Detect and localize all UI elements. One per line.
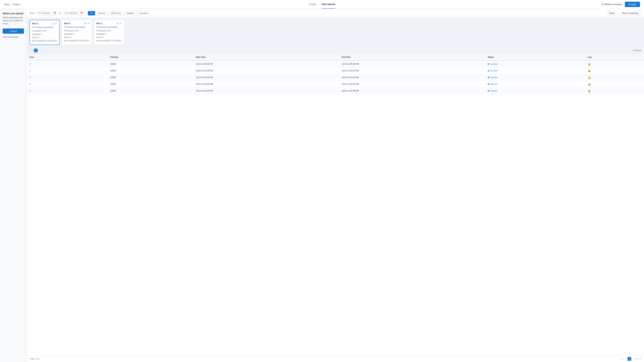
cell-log-2[interactable]: 🔒: [585, 74, 644, 81]
analyze-sidebar-button[interactable]: Analyze: [3, 28, 24, 34]
run-3-close-button[interactable]: ✕: [55, 22, 57, 25]
run-card-1[interactable]: Run 1 🖨 ✕ Processed successfully Process…: [94, 20, 124, 44]
table-current-page: 1: [628, 357, 631, 361]
status-dot-blue-icon: [488, 70, 489, 71]
filter-tab-canceled[interactable]: Canceled: [136, 11, 150, 15]
table-row: 4 22031 12/14 12:25:43 PM 12/14 12:25:45…: [27, 81, 644, 87]
data-table-container: Line ▲ File Key Start Time End Time Stat…: [27, 54, 644, 356]
project-label[interactable]: Project: [12, 3, 20, 6]
run-3-status: Processed successfully: [32, 26, 57, 28]
runs-next-button[interactable]: ›: [39, 49, 42, 52]
table-prev-button[interactable]: ‹: [625, 357, 627, 361]
status-value-4: Success: [490, 90, 498, 92]
log-icon-2[interactable]: 🔒: [588, 76, 591, 79]
tab-design[interactable]: Design: [309, 0, 316, 8]
show-matching-button[interactable]: Show 3 matching: [619, 11, 641, 15]
table-row: 5 22032 12/14 12:25:45 PM 12/14 12:25:48…: [27, 87, 644, 94]
filter-tab-skipped[interactable]: Skipped: [124, 11, 136, 15]
line-sort-icon: ▲: [35, 56, 36, 58]
cell-status-0: Success: [485, 60, 585, 67]
table-row: 2 22029 12/14 12:25:38 PM 12/14 12:25:40…: [27, 67, 644, 74]
status-dot-blue-icon: [488, 77, 489, 78]
from-label: From: [30, 12, 34, 14]
cell-log-1[interactable]: 🔒: [585, 67, 644, 74]
filter-bar: From 📅 To 📅 All Success With Errors Skip…: [27, 9, 644, 18]
filter-tab-success[interactable]: Success: [96, 11, 108, 15]
cell-endtime-3: 12/14 12:25:45 PM: [339, 81, 485, 87]
log-icon-4[interactable]: 🔒: [588, 89, 591, 92]
to-date-field[interactable]: [64, 12, 79, 14]
status-value-0: Success: [490, 63, 498, 65]
run-1-uploaded: Uploaded: 5: [96, 33, 122, 36]
col-log[interactable]: Log: [585, 54, 644, 60]
col-status[interactable]: Status: [485, 54, 585, 60]
run-1-print-button[interactable]: 🖨: [116, 22, 118, 25]
run-3-uploaded: Uploaded: 5: [32, 33, 57, 36]
cell-starttime-4: 12/14 12:25:45 PM: [193, 87, 339, 94]
cell-log-3[interactable]: 🔒: [585, 81, 644, 87]
run-1-title: Run 1: [96, 22, 102, 25]
menu-label[interactable]: Menu: [4, 3, 10, 6]
run-1-end: End: 12/12/2022 11:30:10 AM: [96, 39, 122, 42]
run-2-title: Run 2: [64, 22, 70, 25]
run-2-status: Processed successfully: [64, 26, 90, 28]
run-2-print-button[interactable]: 🖨: [84, 22, 86, 25]
status-dot-blue-icon: [488, 63, 489, 65]
table-last-page-button[interactable]: ≫: [635, 357, 639, 361]
col-end-time[interactable]: End Time: [339, 54, 485, 60]
cell-log-4[interactable]: 🔒: [585, 87, 644, 94]
run-2-close-button[interactable]: ✕: [88, 22, 90, 25]
filter-tabs: All Success With Errors Skipped Canceled: [88, 11, 150, 15]
clear-all-attempts-link[interactable]: Clear all attempts: [3, 36, 18, 38]
run-card-1-header: Run 1 🖨 ✕: [96, 22, 122, 25]
col-start-time[interactable]: Start Time: [193, 54, 339, 60]
run-1-status: Processed successfully: [96, 26, 122, 28]
col-file-key[interactable]: File Key: [108, 54, 193, 60]
filter-tab-all[interactable]: All: [88, 11, 95, 15]
run-3-errors: Errors: 0: [32, 36, 57, 39]
status-dot-blue-icon: [488, 83, 489, 85]
to-label: To: [59, 12, 62, 14]
table-row: 1 22028 12/14 12:25:35 PM 12/14 12:25:38…: [27, 60, 644, 67]
run-1-close-button[interactable]: ✕: [120, 22, 122, 25]
log-icon-0[interactable]: 🔒: [588, 62, 591, 65]
table-refresh-button[interactable]: ↻: [639, 358, 641, 360]
from-date-field[interactable]: [38, 12, 52, 14]
cell-line-4: 5: [27, 87, 108, 94]
from-date-input[interactable]: 📅: [36, 11, 58, 15]
run-1-processed: Processed: 5 of 5: [96, 29, 122, 32]
cell-filekey-3: 22031: [108, 81, 193, 87]
status-indicator: Ready for analysis: [602, 3, 622, 5]
from-calendar-icon[interactable]: 📅: [54, 12, 56, 14]
cell-line-0: 1: [27, 60, 108, 67]
results-count: 3 Results: [633, 49, 641, 52]
cell-status-1: Success: [485, 67, 585, 74]
date-range: From 📅 To 📅: [30, 11, 84, 15]
cell-log-0[interactable]: 🔒: [585, 60, 644, 67]
status-dot-icon: [602, 4, 603, 5]
run-3-print-button[interactable]: 🖨: [52, 22, 54, 25]
runs-pagination-controls: ‹ 1 ›: [30, 48, 42, 52]
log-icon-1[interactable]: 🔒: [588, 69, 591, 72]
cell-filekey-4: 22032: [108, 87, 193, 94]
log-icon-3[interactable]: 🔒: [588, 83, 591, 85]
cell-line-3: 4: [27, 81, 108, 87]
table-first-page-button[interactable]: ≪: [620, 357, 624, 361]
status-text: Ready for analysis: [604, 3, 622, 5]
runs-prev-button[interactable]: ‹: [30, 49, 32, 52]
to-calendar-icon[interactable]: 📅: [80, 12, 83, 14]
table-next-button[interactable]: ›: [632, 357, 634, 361]
cell-filekey-0: 22028: [108, 60, 193, 67]
nav-right: Ready for analysis Analyze: [602, 2, 640, 7]
run-card-2[interactable]: Run 2 🖨 ✕ Processed successfully Process…: [62, 20, 92, 44]
run-card-3[interactable]: Run 3 🖨 ✕ Processed successfully Process…: [30, 20, 60, 45]
reset-button[interactable]: Reset: [606, 11, 618, 15]
nav-left: Menu Project: [4, 3, 20, 6]
table-row: 3 22030 12/14 12:25:40 PM 12/14 12:25:43…: [27, 74, 644, 81]
to-date-input[interactable]: 📅: [63, 11, 84, 15]
col-line[interactable]: Line ▲: [27, 54, 108, 60]
filter-tab-with-errors[interactable]: With Errors: [108, 11, 124, 15]
runs-area: Run 3 🖨 ✕ Processed successfully Process…: [27, 18, 644, 47]
tab-data-upload[interactable]: Data Upload: [322, 0, 335, 8]
analyze-nav-button[interactable]: Analyze: [625, 2, 640, 7]
